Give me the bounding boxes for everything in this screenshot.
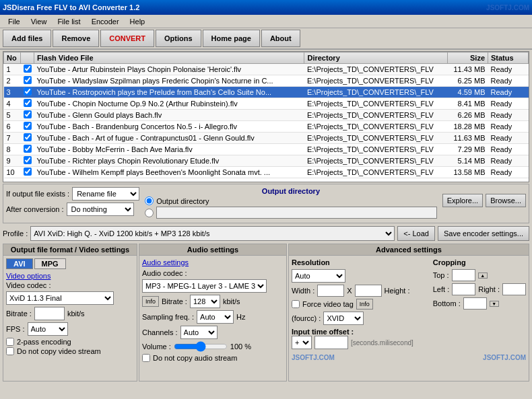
row-checkbox[interactable] [24, 168, 32, 176]
row-checkbox[interactable] [24, 110, 32, 118]
row-checkbox[interactable] [24, 65, 32, 73]
fps-row: FPS : Auto 23.976 24 25 29.97 30 [6, 322, 134, 336]
cell-filename: YouTube - Chopin Nocturne Op.9 No.2 (Art… [34, 98, 304, 110]
tab-mpg[interactable]: MPG [34, 258, 66, 269]
cell-filename: YouTube - Bobby McFerrin - Bach Ave Mari… [34, 144, 304, 155]
menu-view[interactable]: View [26, 16, 53, 27]
two-pass-checkbox[interactable] [6, 338, 14, 346]
bitrate-input[interactable]: 1200 [34, 307, 65, 320]
profile-select[interactable]: AVI XviD: High Q. - XviD 1200 kbit/s + M… [30, 226, 395, 241]
row-checkbox[interactable] [24, 122, 32, 130]
row-checkbox[interactable] [24, 76, 32, 84]
save-encoder-button[interactable]: Save encoder settings... [438, 226, 529, 241]
about-button[interactable]: About [261, 30, 300, 47]
home-page-button[interactable]: Home page [203, 30, 260, 47]
table-row[interactable]: 7 YouTube - Bach - Art of fugue - Contra… [4, 133, 529, 144]
audio-codec-select[interactable]: MP3 - MPEG-1 Layer 3 - LAME 3.98 [142, 279, 267, 293]
channels-select[interactable]: Auto Mono Stereo [180, 326, 218, 339]
add-files-button[interactable]: Add files [3, 30, 51, 47]
row-checkbox[interactable] [24, 87, 32, 96]
row-checkbox[interactable] [24, 99, 32, 107]
advanced-info-button[interactable]: Info [356, 299, 373, 310]
profile-label: Profile : [3, 229, 28, 238]
table-row[interactable]: 8 YouTube - Bobby McFerrin - Bach Ave Ma… [4, 144, 529, 155]
audio-bitrate-select[interactable]: 128 64 96 192 256 320 [190, 295, 220, 308]
dimensions-row: Width : 320 X 240 Height : [292, 285, 428, 297]
if-exists-label: If output file exists : [6, 190, 69, 198]
after-conversion-select[interactable]: Do nothing Open folder Shutdown [67, 203, 134, 216]
sampling-label: Sampling freq. : [142, 313, 194, 321]
output-radio-same[interactable] [145, 196, 154, 205]
cell-status: Ready [488, 75, 529, 87]
remove-button[interactable]: Remove [53, 30, 99, 47]
fps-select[interactable]: Auto 23.976 24 25 29.97 30 [28, 322, 68, 336]
output-radio-custom[interactable] [145, 209, 154, 217]
bitrate-unit: kbit/s [67, 310, 85, 318]
table-row[interactable]: 3 YouTube - Rostropovich plays the Prelu… [4, 87, 529, 98]
fourcc-select[interactable]: XVID DIVX DX50 [323, 312, 364, 325]
volume-slider-container: 100 % [174, 341, 251, 352]
output-dir-input[interactable]: E:\Projects_TD\_CONVERTERS\Free FLV to A… [156, 207, 437, 219]
resolution-select[interactable]: Auto 320x240 640x480 720x480 1280x720 [292, 269, 345, 283]
menu-help[interactable]: Help [125, 16, 151, 27]
cell-dir: E:\Projects_TD\_CONVERTERS\_FLV [304, 121, 448, 133]
crop-bottom-input[interactable]: 0 [463, 297, 487, 310]
col-header-size: Size [448, 52, 488, 64]
no-copy-video-checkbox[interactable] [6, 347, 14, 355]
left-label: Left : [433, 285, 449, 293]
cell-filename: YouTube - Artur Rubinstein Plays Chopin … [34, 64, 304, 75]
table-row[interactable]: 1 YouTube - Artur Rubinstein Plays Chopi… [4, 64, 529, 75]
table-row[interactable]: 9 YouTube - Richter plays Chopin Revolut… [4, 155, 529, 167]
audio-info-button[interactable]: Info [142, 296, 159, 307]
row-checkbox[interactable] [24, 145, 32, 153]
volume-value: 100 % [230, 342, 251, 351]
cell-no: 9 [4, 155, 21, 167]
force-video-checkbox[interactable] [292, 300, 300, 308]
video-options-link[interactable]: Video options [6, 272, 134, 280]
volume-slider[interactable] [174, 341, 228, 352]
crop-right-input[interactable]: 0 [502, 283, 526, 295]
cell-status: Ready [488, 133, 529, 144]
if-exists-select[interactable]: Rename file Overwrite Skip [72, 187, 139, 201]
menu-file[interactable]: File [3, 16, 26, 27]
video-codec-select[interactable]: XviD 1.1.3 Final [6, 291, 114, 305]
options-button[interactable]: Options [156, 30, 201, 47]
time-sign-select[interactable]: + - [292, 336, 312, 349]
cell-no: 1 [4, 64, 21, 75]
bottom-down-btn[interactable]: ▼ [490, 301, 499, 307]
table-row[interactable]: 10 YouTube - Wilhelm Kempff plays Beetho… [4, 167, 529, 178]
cell-dir: E:\Projects_TD\_CONVERTERS\_FLV [304, 144, 448, 155]
menu-encoder[interactable]: Encoder [86, 16, 125, 27]
table-row[interactable]: 6 YouTube - Bach - Brandenburg Concertos… [4, 121, 529, 133]
output-area: If output file exists : Rename file Over… [3, 184, 529, 223]
menu-filelist[interactable]: File list [52, 16, 86, 27]
audio-settings-link[interactable]: Audio settings [142, 258, 284, 266]
convert-button[interactable]: CONVERT [100, 30, 154, 47]
browse-button[interactable]: Browse... [486, 194, 526, 207]
table-row[interactable]: 5 YouTube - Glenn Gould plays Bach.flv E… [4, 110, 529, 121]
no-copy-audio-row: Do not copy audio stream [142, 354, 284, 362]
audio-panel-title: Audio settings [139, 244, 286, 256]
sampling-select[interactable]: Auto 22050 44100 48000 [197, 310, 234, 324]
crop-left-input[interactable]: 0 [452, 283, 475, 295]
tab-avi[interactable]: AVI [6, 258, 33, 269]
col-header-check [21, 52, 34, 64]
top-up-btn[interactable]: ▲ [478, 273, 488, 279]
cell-no: 4 [4, 98, 21, 110]
audio-bitrate-label: Bitrate : [162, 297, 187, 305]
table-row[interactable]: 2 YouTube - Wladyslaw Szpilman plays Fre… [4, 75, 529, 87]
table-row[interactable]: 4 YouTube - Chopin Nocturne Op.9 No.2 (A… [4, 98, 529, 110]
load-button[interactable]: <- Load [397, 226, 435, 241]
row-checkbox[interactable] [24, 156, 32, 164]
crop-top-input[interactable]: 0 [452, 269, 475, 281]
row-checkbox[interactable] [24, 133, 32, 141]
cell-dir: E:\Projects_TD\_CONVERTERS\_FLV [304, 75, 448, 87]
time-offset-input[interactable]: 0.000 [314, 336, 348, 349]
explore-button[interactable]: Explore... [442, 194, 483, 207]
audio-bitrate-unit: kbit/s [223, 297, 240, 305]
bitrate-label: Bitrate : [6, 310, 32, 318]
width-input[interactable]: 320 [317, 285, 344, 297]
no-copy-audio-checkbox[interactable] [142, 354, 150, 362]
cell-filename: YouTube - Rostropovich plays the Prelude… [34, 87, 304, 98]
height-input[interactable]: 240 [355, 285, 382, 297]
